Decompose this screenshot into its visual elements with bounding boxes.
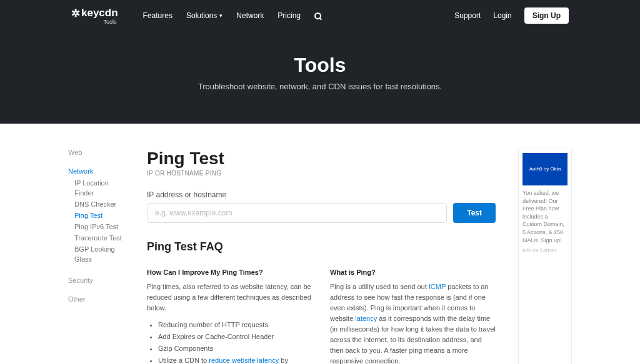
reduce-latency-link[interactable]: reduce website latency	[209, 357, 279, 364]
search-icon	[314, 12, 321, 19]
nav-support[interactable]: Support	[454, 11, 481, 20]
faq-q1: How Can I Improve My Ping Times?	[147, 267, 312, 278]
sidebar-network-heading[interactable]: Network	[68, 167, 124, 175]
main-content: Web Network IP Location Finder DNS Check…	[61, 124, 579, 364]
chevron-down-icon: ▾	[219, 12, 222, 19]
nav-solutions[interactable]: Solutions▾	[186, 11, 222, 20]
faq-col-left: How Can I Improve My Ping Times? Ping ti…	[147, 267, 312, 364]
list-item: Reducing number of HTTP requests	[158, 320, 312, 330]
signup-button[interactable]: Sign Up	[524, 7, 569, 24]
list-item: Utilize a CDN to reduce website latency …	[158, 355, 312, 364]
logo[interactable]: ✲keycdn Tools	[71, 7, 118, 25]
ad-attribution[interactable]: ads via Carbon	[522, 247, 568, 253]
sidebar-item-ping-test[interactable]: Ping Test	[68, 210, 124, 222]
nav-features[interactable]: Features	[143, 11, 172, 20]
latency-link[interactable]: latency	[355, 315, 377, 322]
sidebar: Web Network IP Location Finder DNS Check…	[68, 149, 124, 364]
ad-copy: You asked, we delivered! Our Free Plan n…	[522, 189, 568, 244]
list-item: Gzip Components	[158, 343, 312, 354]
faq-col-right: What is Ping? Ping is a utility used to …	[330, 267, 496, 364]
faq-q1-intro: Ping times, also referred to as website …	[147, 282, 312, 313]
center-column: Ping Test IP OR HOSTNAME PING IP address…	[147, 149, 496, 364]
list-item: Add Expires or Cache-Control Header	[158, 332, 312, 342]
sidebar-item-dns-checker[interactable]: DNS Checker	[68, 199, 124, 210]
hostname-input[interactable]	[147, 203, 447, 223]
sidebar-item-bgp[interactable]: BGP Looking Glass	[68, 244, 124, 265]
logo-subtitle: Tools	[71, 19, 117, 25]
sidebar-security-heading[interactable]: Security	[68, 277, 124, 284]
sidebar-item-traceroute[interactable]: Traceroute Test	[68, 233, 124, 244]
faq-q2: What is Ping?	[330, 267, 496, 278]
hero-title: Tools	[71, 54, 569, 77]
sidebar-item-ip-location[interactable]: IP Location Finder	[68, 178, 124, 199]
hero-subtitle: Troubleshoot website, network, and CDN i…	[71, 82, 569, 91]
hero: Tools Troubleshoot website, network, and…	[71, 31, 569, 124]
faq-title: Ping Test FAQ	[147, 240, 496, 253]
sidebar-item-ping-ipv6[interactable]: Ping IPv6 Test	[68, 222, 124, 233]
logo-icon: ✲	[71, 7, 80, 20]
sidebar-web-heading[interactable]: Web	[68, 149, 124, 156]
sidebar-other-heading[interactable]: Other	[68, 295, 124, 303]
faq-q2-body: Ping is a utility used to send out ICMP …	[330, 282, 496, 364]
page-subtitle: IP OR HOSTNAME PING	[147, 170, 496, 177]
icmp-link[interactable]: ICMP	[429, 283, 446, 290]
nav-pricing[interactable]: Pricing	[278, 11, 301, 20]
nav-search[interactable]	[314, 12, 321, 19]
test-button[interactable]: Test	[453, 203, 496, 223]
header: ✲keycdn Tools Features Solutions▾ Networ…	[0, 0, 640, 124]
ad-box[interactable]: Auth0 by Okta You asked, we delivered! O…	[518, 149, 572, 364]
nav-network[interactable]: Network	[236, 11, 264, 20]
input-label: IP address or hostname	[147, 190, 496, 199]
nav-login[interactable]: Login	[493, 11, 511, 20]
top-nav: ✲keycdn Tools Features Solutions▾ Networ…	[71, 0, 569, 31]
ad-image: Auth0 by Okta	[522, 153, 568, 185]
page-title: Ping Test	[147, 149, 496, 169]
faq-q1-list: Reducing number of HTTP requests Add Exp…	[147, 320, 312, 364]
